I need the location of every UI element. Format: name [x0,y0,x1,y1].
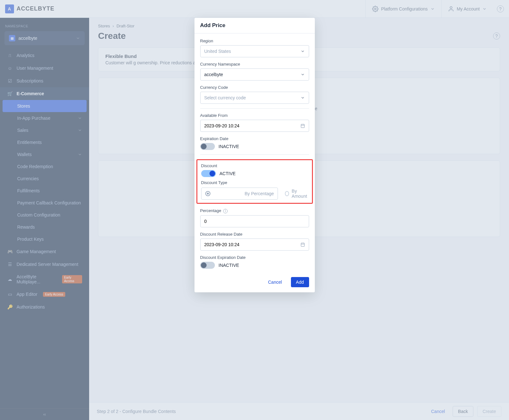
modal-cancel-button[interactable]: Cancel [264,277,286,287]
percentage-field[interactable] [204,219,305,224]
divider [200,108,309,109]
chevron-down-icon [300,72,305,77]
region-select[interactable]: United States [200,45,309,57]
discount-release-label: Discount Release Date [200,232,309,237]
currency-code-select[interactable]: Select currency code [200,92,309,104]
discount-toggle[interactable] [201,170,216,177]
percentage-label: Percentagei [200,208,309,213]
percentage-input[interactable] [200,215,309,227]
calendar-icon [300,124,305,128]
discount-type-percentage[interactable]: By Percentage [201,188,278,200]
divider [200,154,309,155]
modal-add-button[interactable]: Add [291,277,309,287]
expiration-date-toggle[interactable] [200,143,215,150]
expiration-date-label: Expiration Date [200,136,309,141]
discount-highlight: Discount ACTIVE Discount Type By Percent… [196,159,313,204]
currency-namespace-label: Currency Namespace [200,62,309,67]
info-icon[interactable]: i [223,209,228,213]
discount-release-field[interactable] [204,242,300,247]
currency-code-label: Currency Code [200,85,309,90]
calendar-icon [300,242,305,247]
available-from-label: Available From [200,113,309,118]
expiration-date-status: INACTIVE [219,144,239,149]
modal-overlay[interactable]: Add Price Region United States Currency … [0,0,509,420]
available-from-field[interactable] [204,123,300,128]
discount-status: ACTIVE [220,171,236,176]
available-from-input[interactable] [200,120,309,132]
add-price-modal: Add Price Region United States Currency … [194,18,315,292]
discount-label: Discount [201,163,308,168]
discount-expiration-status: INACTIVE [219,263,239,268]
chevron-down-icon [300,49,305,53]
chevron-down-icon [300,96,305,100]
discount-release-input[interactable] [200,238,309,251]
radio-icon [205,191,210,196]
region-label: Region [200,39,309,43]
discount-type-label: Discount Type [201,180,308,185]
currency-namespace-select[interactable]: accelbyte [200,68,309,81]
modal-title: Add Price [194,18,315,33]
svg-rect-6 [301,243,304,246]
discount-expiration-label: Discount Expiration Date [200,255,309,260]
discount-expiration-toggle[interactable] [200,262,215,269]
discount-type-amount[interactable]: By Amount [285,188,308,200]
radio-icon [285,191,289,196]
svg-rect-2 [301,124,304,128]
